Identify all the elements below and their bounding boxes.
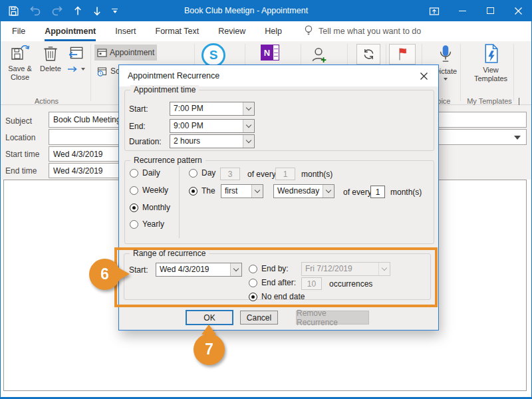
forward-dropdown-caret-icon <box>81 68 85 70</box>
duration-combo[interactable]: 2 hours <box>170 134 255 148</box>
dialog-close-icon[interactable] <box>416 70 432 82</box>
view-templates-label-line2: Templates <box>474 74 507 83</box>
actions-group-label: Actions <box>7 97 86 105</box>
start-time-label: Start time <box>5 150 39 159</box>
tab-format-text[interactable]: Format Text <box>156 21 200 41</box>
of-every-label: of every <box>247 170 276 179</box>
end-time-value: Wed 4/3/2019 <box>53 166 103 176</box>
radio-day-of-month[interactable]: Day <box>189 168 215 178</box>
months-label: month(s) <box>390 188 422 197</box>
remove-recurrence-button[interactable]: Remove Recurrence <box>296 311 369 325</box>
invite-attendees-button[interactable] <box>310 46 327 66</box>
radio-the-label: The <box>201 186 215 196</box>
chevron-down-icon[interactable] <box>243 135 254 148</box>
view-templates-button[interactable]: View Templates <box>466 43 516 83</box>
scheduling-icon <box>97 66 108 76</box>
radio-weekly-label: Weekly <box>142 186 168 195</box>
chevron-down-icon[interactable] <box>251 185 263 198</box>
day-number-input[interactable]: 3 <box>220 168 240 180</box>
location-label: Location <box>5 133 35 142</box>
weekday-combo[interactable]: Wednesday <box>273 184 334 198</box>
radio-day-label: Day <box>201 168 215 178</box>
lightbulb-icon <box>304 24 313 39</box>
window-title: Book Club Meetign - Appointment <box>80 0 412 21</box>
radio-dot <box>130 203 138 212</box>
dialog-start-label: Start: <box>129 104 148 114</box>
radio-weekly[interactable]: Weekly <box>130 186 168 195</box>
forward-button[interactable] <box>64 45 88 72</box>
undo-icon[interactable] <box>29 5 41 16</box>
radio-daily-label: Daily <box>142 168 160 178</box>
radio-the-ordinal[interactable]: The <box>189 186 215 196</box>
month-interval-input[interactable]: 1 <box>370 186 385 198</box>
ribbon-group-divider <box>513 44 514 101</box>
callout-7-pointer <box>201 325 216 334</box>
ok-button-label: OK <box>203 313 215 323</box>
save-close-button[interactable]: Save & Close <box>4 44 36 82</box>
of-every-label: of every <box>343 188 372 197</box>
dictate-dropdown-caret-icon <box>444 78 448 80</box>
delete-label: Delete <box>40 65 61 73</box>
tab-appointment[interactable]: Appointment <box>45 21 96 41</box>
save-close-label-line1: Save & <box>8 65 31 73</box>
step-highlight-box <box>114 247 438 307</box>
weekday-combo-value: Wednesday <box>274 185 323 198</box>
chevron-down-icon[interactable] <box>323 185 334 198</box>
appointment-view-button[interactable]: Appointment <box>94 45 157 61</box>
radio-dot <box>189 187 198 196</box>
radio-monthly-label: Monthly <box>142 203 170 212</box>
location-dropdown-icon[interactable] <box>514 136 521 140</box>
forward-split-control[interactable] <box>67 66 85 72</box>
forward-arrow-icon <box>67 66 78 72</box>
follow-up-button[interactable] <box>389 44 416 65</box>
radio-yearly[interactable]: Yearly <box>130 219 164 229</box>
maximize-button[interactable] <box>476 0 504 21</box>
appointment-view-label: Appointment <box>110 48 154 57</box>
close-button[interactable] <box>504 0 532 21</box>
start-time-combo[interactable]: 7:00 PM <box>170 102 255 116</box>
start-time-value: Wed 4/3/2019 <box>53 150 103 159</box>
dialog-end-label: End: <box>129 122 146 131</box>
tab-insert[interactable]: Insert <box>115 21 136 41</box>
tell-me-box[interactable]: Tell me what you want to do <box>304 21 421 41</box>
tab-review[interactable]: Review <box>218 21 245 41</box>
chevron-down-icon[interactable] <box>243 120 254 132</box>
onenote-button[interactable]: N <box>261 45 279 61</box>
callout-step-6: 6 <box>89 259 120 290</box>
ordinal-combo[interactable]: first <box>221 184 263 198</box>
save-icon[interactable] <box>8 5 19 17</box>
radio-dot <box>130 220 138 229</box>
delete-button[interactable]: Delete <box>37 44 64 73</box>
start-time-combo-value: 7:00 PM <box>170 102 243 115</box>
cancel-button[interactable]: Cancel <box>240 311 278 325</box>
minimize-button[interactable] <box>448 0 476 21</box>
cancel-button-label: Cancel <box>247 313 271 323</box>
view-templates-label-line1: View <box>483 66 499 74</box>
chevron-down-icon[interactable] <box>243 102 254 115</box>
end-time-combo-value: 9:00 PM <box>170 120 243 132</box>
radio-dot <box>189 169 198 178</box>
ribbon-group-divider <box>90 44 91 101</box>
popout-icon[interactable] <box>420 0 448 21</box>
day-interval-input[interactable]: 1 <box>275 168 295 180</box>
redo-icon[interactable] <box>51 5 63 16</box>
radio-daily[interactable]: Daily <box>130 168 160 178</box>
title-bar: Book Club Meetign - Appointment <box>0 0 532 21</box>
flag-icon <box>396 47 408 62</box>
end-time-combo[interactable]: 9:00 PM <box>170 119 255 133</box>
radio-monthly[interactable]: Monthly <box>130 203 170 212</box>
tab-help[interactable]: Help <box>265 21 282 41</box>
tell-me-label: Tell me what you want to do <box>319 27 421 36</box>
person-add-icon <box>310 46 327 63</box>
recurrence-pattern-legend: Recurrence pattern <box>130 156 205 165</box>
forward-calendar-icon <box>67 45 84 63</box>
calendar-icon <box>97 48 107 57</box>
tab-file[interactable]: File <box>12 21 25 41</box>
my-templates-group-label: My Templates <box>464 97 515 105</box>
day-number-value: 3 <box>228 170 233 179</box>
skype-icon: S <box>201 43 225 67</box>
ok-button[interactable]: OK <box>186 310 233 325</box>
recurrence-button[interactable] <box>356 44 380 65</box>
skype-meeting-button[interactable]: S <box>201 43 225 67</box>
window-controls <box>420 0 532 21</box>
